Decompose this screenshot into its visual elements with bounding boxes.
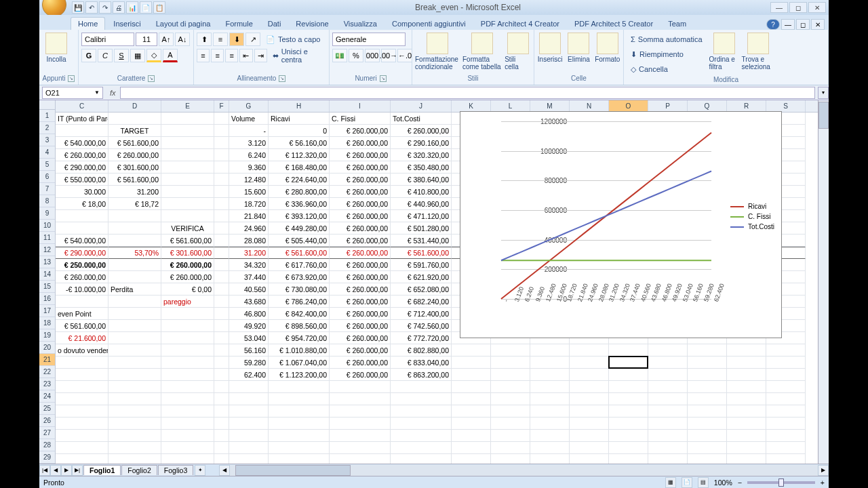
- cell[interactable]: [161, 137, 214, 149]
- cell[interactable]: € 260.000,00: [161, 271, 214, 283]
- cell[interactable]: [491, 357, 530, 369]
- cell[interactable]: € 290.160,00: [391, 137, 452, 149]
- cell[interactable]: € 0,00: [161, 283, 214, 296]
- cell[interactable]: € 336.960,00: [269, 198, 330, 210]
- cell[interactable]: 40.560: [229, 283, 269, 296]
- wrap-text-button[interactable]: 📄Testo a capo: [262, 33, 324, 46]
- ribbon-tab[interactable]: Home: [71, 17, 105, 30]
- cell[interactable]: 0: [269, 125, 330, 137]
- qat-button[interactable]: 📋: [153, 1, 165, 14]
- cell[interactable]: € 550.000,00: [56, 174, 108, 186]
- italic-button[interactable]: C: [98, 49, 113, 62]
- cell[interactable]: [609, 369, 648, 381]
- increase-indent-button[interactable]: ⇥: [254, 49, 267, 62]
- cell[interactable]: [269, 405, 330, 418]
- cell[interactable]: C. Fissi: [330, 113, 391, 125]
- paste-button[interactable]: Incolla: [42, 33, 71, 63]
- cell[interactable]: [108, 357, 161, 369]
- cell[interactable]: [161, 454, 214, 464]
- cell[interactable]: € 260.000,00: [330, 271, 391, 283]
- cell[interactable]: € 290.000,00: [56, 247, 108, 259]
- cell[interactable]: [161, 161, 214, 174]
- cell[interactable]: € 260.000,00: [330, 296, 391, 308]
- sheet-nav-last[interactable]: ▶|: [72, 465, 83, 476]
- cell[interactable]: 31.200: [108, 186, 161, 198]
- cell[interactable]: [269, 418, 330, 430]
- cell[interactable]: € 260.000,00: [330, 308, 391, 320]
- cell[interactable]: [727, 418, 766, 430]
- cell[interactable]: € 260.000,00: [330, 137, 391, 149]
- cell[interactable]: [530, 430, 570, 442]
- cell[interactable]: € 260.000,00: [330, 174, 391, 186]
- row-header[interactable]: 19: [39, 329, 55, 342]
- cell[interactable]: [648, 357, 688, 369]
- cell[interactable]: VERIFICA: [161, 222, 214, 235]
- cell[interactable]: € 833.040,00: [391, 357, 452, 369]
- cell[interactable]: [214, 210, 229, 222]
- row-header[interactable]: 7: [39, 183, 55, 195]
- cell[interactable]: € 380.640,00: [391, 174, 452, 186]
- cell[interactable]: 46.800: [229, 308, 269, 320]
- cell[interactable]: € 540.000,00: [56, 235, 108, 247]
- cell[interactable]: € 842.400,00: [269, 308, 330, 320]
- cell[interactable]: € 617.760,00: [269, 259, 330, 271]
- cell[interactable]: [609, 430, 648, 442]
- cell[interactable]: € 561.600,00: [161, 235, 214, 247]
- number-dialog-launcher[interactable]: ↘: [380, 75, 387, 82]
- cell[interactable]: [452, 418, 491, 430]
- column-header[interactable]: D: [108, 100, 161, 112]
- cell[interactable]: [214, 125, 229, 137]
- cell[interactable]: [609, 393, 648, 405]
- cell[interactable]: [214, 381, 229, 393]
- cell[interactable]: [161, 198, 214, 210]
- ribbon-tab[interactable]: Componenti aggiuntivi: [385, 18, 473, 30]
- view-pagebreak-button[interactable]: ▤: [698, 477, 709, 488]
- qat-button[interactable]: 📊: [126, 1, 138, 14]
- cell[interactable]: 31.200: [229, 247, 269, 259]
- cell[interactable]: [530, 393, 570, 405]
- cell[interactable]: € 260.000,00: [330, 161, 391, 174]
- cell[interactable]: [570, 430, 609, 442]
- cell[interactable]: € 280.800,00: [269, 186, 330, 198]
- cell[interactable]: [452, 454, 491, 464]
- cell[interactable]: € 260.000,00: [161, 259, 214, 271]
- row-header[interactable]: 21: [39, 354, 55, 366]
- cell[interactable]: [727, 430, 766, 442]
- cell[interactable]: € 260.000,00: [330, 369, 391, 381]
- cell[interactable]: [452, 369, 491, 381]
- ribbon-tab[interactable]: PDF Architect 5 Creator: [568, 18, 660, 30]
- cell[interactable]: 9.360: [229, 161, 269, 174]
- cell[interactable]: [229, 430, 269, 442]
- sheet-nav-prev[interactable]: ◀: [50, 465, 61, 476]
- cell[interactable]: [229, 381, 269, 393]
- cell[interactable]: [330, 418, 391, 430]
- column-header[interactable]: R: [727, 100, 766, 112]
- cell[interactable]: [269, 381, 330, 393]
- zoom-out-button[interactable]: −: [738, 479, 742, 487]
- cell[interactable]: [530, 381, 570, 393]
- cell[interactable]: [214, 174, 229, 186]
- cell[interactable]: 18.720: [229, 198, 269, 210]
- cell[interactable]: [570, 442, 609, 454]
- cell[interactable]: [214, 357, 229, 369]
- cell[interactable]: [452, 393, 491, 405]
- cell[interactable]: € 260.000,00: [56, 271, 108, 283]
- cell[interactable]: [609, 381, 648, 393]
- cell[interactable]: [570, 344, 609, 357]
- cell[interactable]: [161, 125, 214, 137]
- cell[interactable]: [491, 454, 530, 464]
- cell[interactable]: [161, 149, 214, 161]
- cell[interactable]: [688, 357, 727, 369]
- cell[interactable]: [766, 442, 806, 454]
- cell[interactable]: [648, 381, 688, 393]
- cell[interactable]: o dovuto vendere: [56, 344, 108, 357]
- cell[interactable]: [491, 418, 530, 430]
- decrease-decimal-button[interactable]: ←.0: [397, 49, 412, 62]
- ribbon-tab[interactable]: Team: [661, 18, 693, 30]
- cell[interactable]: € 260.000,00: [391, 125, 452, 137]
- cell[interactable]: [214, 393, 229, 405]
- cell[interactable]: € 301.600,00: [108, 161, 161, 174]
- column-header[interactable]: F: [214, 100, 229, 112]
- formula-bar[interactable]: [120, 87, 815, 99]
- cell[interactable]: [648, 369, 688, 381]
